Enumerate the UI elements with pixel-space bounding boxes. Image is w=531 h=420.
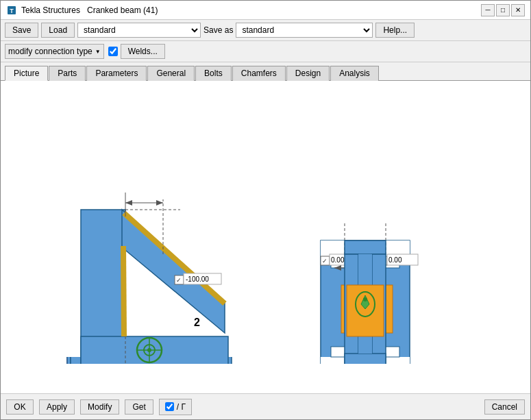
cancel-button[interactable]: Cancel	[484, 399, 525, 415]
drawing-svg: ✓ -100.00 ✓ -200.00 1 2	[12, 110, 519, 364]
title-bar-left: T Tekla Structures Cranked beam (41)	[6, 5, 158, 16]
svg-line-16	[123, 246, 124, 336]
tab-chamfers[interactable]: Chamfers	[232, 66, 286, 81]
drawing-container: ✓ -100.00 ✓ -200.00 1 2	[1, 81, 530, 393]
close-button[interactable]: ✕	[511, 4, 525, 16]
tabs-bar: Picture Parts Parameters General Bolts C…	[1, 62, 530, 81]
welds-checkbox-wrapper: Welds...	[108, 44, 165, 59]
apply-button[interactable]: Apply	[39, 399, 75, 415]
bottom-bar: OK Apply Modify Get / Γ Cancel	[1, 393, 530, 419]
svg-text:-100.00: -100.00	[186, 275, 209, 283]
slash-label: / Γ	[177, 402, 186, 412]
title-bar: T Tekla Structures Cranked beam (41) ─ □…	[1, 1, 530, 20]
help-button[interactable]: Help...	[375, 23, 415, 38]
maximize-button[interactable]: □	[496, 4, 510, 16]
save-as-combo[interactable]: standard	[236, 23, 373, 38]
get-button[interactable]: Get	[125, 399, 153, 415]
svg-rect-77	[347, 285, 384, 336]
standard-combo[interactable]: standard	[77, 23, 201, 38]
svg-rect-49	[386, 357, 410, 364]
svg-rect-70	[345, 240, 386, 254]
checkbox-slash-control[interactable]: / Γ	[159, 399, 192, 415]
save-button[interactable]: Save	[5, 23, 38, 38]
minimize-button[interactable]: ─	[481, 4, 495, 16]
svg-text:0.00: 0.00	[331, 256, 345, 264]
toolbar-row2: modify connection type ▼ Welds...	[1, 41, 530, 62]
title-bar-controls: ─ □ ✕	[481, 4, 525, 16]
load-button[interactable]: Load	[41, 23, 75, 38]
svg-point-80	[363, 297, 367, 301]
tab-general[interactable]: General	[147, 66, 195, 81]
svg-rect-48	[321, 357, 345, 364]
save-as-label: Save as	[203, 25, 233, 35]
svg-rect-73	[345, 354, 386, 364]
dropdown-arrow-icon: ▼	[95, 49, 101, 55]
tab-picture[interactable]: Picture	[5, 66, 48, 81]
svg-text:✓: ✓	[176, 277, 182, 284]
svg-text:0.00: 0.00	[388, 256, 402, 264]
svg-text:✓: ✓	[322, 258, 328, 264]
modify-connection-button[interactable]: modify connection type ▼	[5, 44, 104, 59]
main-window: T Tekla Structures Cranked beam (41) ─ □…	[0, 0, 531, 420]
doc-name: Cranked beam (41)	[87, 5, 158, 15]
welds-checkbox[interactable]	[108, 47, 118, 56]
tab-parts[interactable]: Parts	[49, 66, 86, 81]
tab-parameters[interactable]: Parameters	[86, 66, 147, 81]
tab-bolts[interactable]: Bolts	[195, 66, 232, 81]
welds-button[interactable]: Welds...	[121, 44, 165, 59]
svg-text:2: 2	[194, 317, 200, 328]
toolbar-row1: Save Load standard Save as standard Help…	[1, 20, 530, 41]
tab-design[interactable]: Design	[286, 66, 330, 81]
app-name: Tekla Structures	[21, 5, 80, 15]
ok-button[interactable]: OK	[6, 399, 34, 415]
modify-button[interactable]: Modify	[80, 399, 119, 415]
app-icon: T	[6, 5, 17, 16]
modify-connection-label: modify connection type	[8, 47, 92, 56]
slash-checkbox[interactable]	[165, 402, 174, 411]
svg-text:T: T	[10, 8, 14, 14]
tab-analysis[interactable]: Analysis	[330, 66, 379, 81]
content-area: ✓ -100.00 ✓ -200.00 1 2	[1, 81, 530, 393]
